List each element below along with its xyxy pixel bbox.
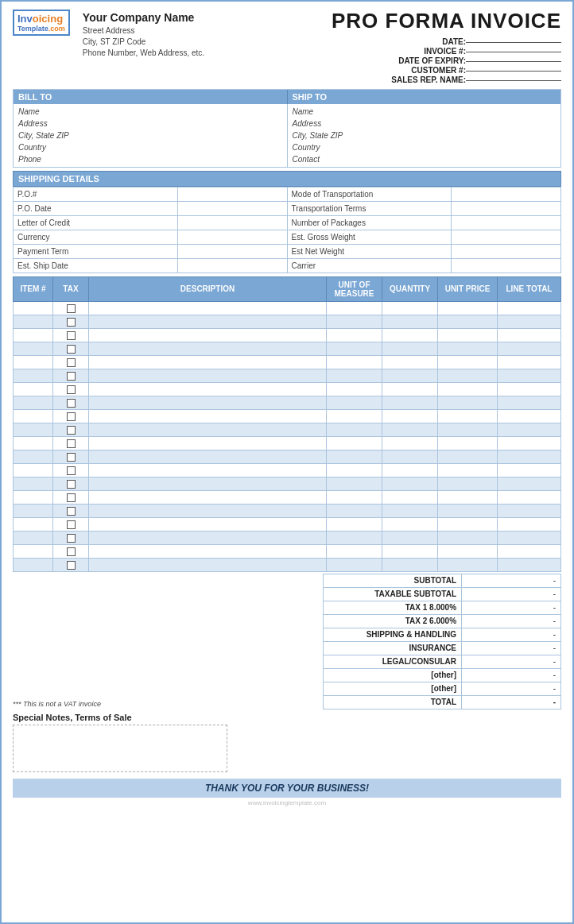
tax-checkbox[interactable] — [67, 372, 76, 381]
tax-checkbox[interactable] — [67, 520, 76, 529]
item-unit-price-cell[interactable] — [438, 544, 498, 558]
tax-checkbox[interactable] — [67, 412, 76, 421]
item-line-total-cell[interactable] — [498, 517, 561, 531]
item-line-total-cell[interactable] — [498, 436, 561, 450]
item-tax-cell[interactable] — [53, 531, 89, 544]
item-unit-measure-cell[interactable] — [327, 315, 382, 328]
item-tax-cell[interactable] — [53, 450, 89, 463]
sum-value[interactable]: - — [462, 682, 561, 695]
item-unit-price-cell[interactable] — [438, 517, 498, 531]
item-quantity-cell[interactable] — [382, 531, 438, 544]
tax-checkbox[interactable] — [67, 439, 76, 448]
item-num-cell[interactable] — [14, 450, 53, 463]
item-tax-cell[interactable] — [53, 517, 89, 531]
tax-checkbox[interactable] — [67, 534, 76, 543]
item-unit-measure-cell[interactable] — [327, 409, 382, 423]
item-line-total-cell[interactable] — [498, 396, 561, 409]
item-unit-price-cell[interactable] — [438, 301, 498, 315]
item-quantity-cell[interactable] — [382, 436, 438, 450]
notes-box[interactable] — [13, 725, 227, 772]
item-unit-measure-cell[interactable] — [327, 450, 382, 463]
item-tax-cell[interactable] — [53, 423, 89, 436]
item-unit-price-cell[interactable] — [438, 477, 498, 490]
item-desc-cell[interactable] — [89, 355, 327, 369]
item-unit-price-cell[interactable] — [438, 328, 498, 342]
item-line-total-cell[interactable] — [498, 531, 561, 544]
item-unit-measure-cell[interactable] — [327, 517, 382, 531]
item-line-total-cell[interactable] — [498, 477, 561, 490]
item-desc-cell[interactable] — [89, 409, 327, 423]
item-unit-measure-cell[interactable] — [327, 558, 382, 571]
item-desc-cell[interactable] — [89, 328, 327, 342]
item-unit-price-cell[interactable] — [438, 396, 498, 409]
item-desc-cell[interactable] — [89, 544, 327, 558]
item-unit-measure-cell[interactable] — [327, 355, 382, 369]
sum-value[interactable]: - — [462, 628, 561, 641]
tax-checkbox[interactable] — [67, 480, 76, 489]
item-num-cell[interactable] — [14, 409, 53, 423]
item-quantity-cell[interactable] — [382, 490, 438, 504]
item-quantity-cell[interactable] — [382, 355, 438, 369]
item-desc-cell[interactable] — [89, 436, 327, 450]
shipping-value1[interactable] — [177, 187, 287, 201]
item-desc-cell[interactable] — [89, 463, 327, 477]
item-quantity-cell[interactable] — [382, 544, 438, 558]
item-unit-measure-cell[interactable] — [327, 369, 382, 382]
shipping-value2[interactable] — [452, 244, 561, 258]
item-unit-measure-cell[interactable] — [327, 544, 382, 558]
item-unit-price-cell[interactable] — [438, 490, 498, 504]
tax-checkbox[interactable] — [67, 507, 76, 516]
item-unit-price-cell[interactable] — [438, 355, 498, 369]
item-tax-cell[interactable] — [53, 382, 89, 396]
item-quantity-cell[interactable] — [382, 463, 438, 477]
item-unit-price-cell[interactable] — [438, 423, 498, 436]
tax-checkbox[interactable] — [67, 304, 76, 313]
item-num-cell[interactable] — [14, 490, 53, 504]
shipping-value2[interactable] — [452, 258, 561, 273]
tax-checkbox[interactable] — [67, 399, 76, 408]
item-quantity-cell[interactable] — [382, 315, 438, 328]
item-unit-price-cell[interactable] — [438, 436, 498, 450]
item-line-total-cell[interactable] — [498, 315, 561, 328]
item-tax-cell[interactable] — [53, 369, 89, 382]
item-tax-cell[interactable] — [53, 477, 89, 490]
item-quantity-cell[interactable] — [382, 423, 438, 436]
shipping-value1[interactable] — [177, 215, 287, 230]
tax-checkbox[interactable] — [67, 453, 76, 462]
item-tax-cell[interactable] — [53, 490, 89, 504]
tax-checkbox[interactable] — [67, 466, 76, 475]
item-unit-measure-cell[interactable] — [327, 423, 382, 436]
item-desc-cell[interactable] — [89, 382, 327, 396]
item-quantity-cell[interactable] — [382, 504, 438, 517]
item-quantity-cell[interactable] — [382, 328, 438, 342]
tax-checkbox[interactable] — [67, 331, 76, 340]
item-num-cell[interactable] — [14, 396, 53, 409]
item-tax-cell[interactable] — [53, 315, 89, 328]
shipping-value2[interactable] — [452, 187, 561, 201]
item-unit-price-cell[interactable] — [438, 369, 498, 382]
item-desc-cell[interactable] — [89, 423, 327, 436]
item-tax-cell[interactable] — [53, 436, 89, 450]
shipping-value1[interactable] — [177, 230, 287, 244]
item-line-total-cell[interactable] — [498, 301, 561, 315]
item-desc-cell[interactable] — [89, 477, 327, 490]
item-num-cell[interactable] — [14, 369, 53, 382]
item-tax-cell[interactable] — [53, 558, 89, 571]
item-unit-measure-cell[interactable] — [327, 436, 382, 450]
sum-value[interactable]: - — [462, 641, 561, 655]
item-quantity-cell[interactable] — [382, 558, 438, 571]
item-line-total-cell[interactable] — [498, 355, 561, 369]
item-unit-price-cell[interactable] — [438, 342, 498, 355]
item-quantity-cell[interactable] — [382, 369, 438, 382]
item-unit-price-cell[interactable] — [438, 558, 498, 571]
item-line-total-cell[interactable] — [498, 328, 561, 342]
item-num-cell[interactable] — [14, 315, 53, 328]
item-num-cell[interactable] — [14, 355, 53, 369]
shipping-value1[interactable] — [177, 244, 287, 258]
shipping-value2[interactable] — [452, 230, 561, 244]
tax-checkbox[interactable] — [67, 561, 76, 570]
item-unit-measure-cell[interactable] — [327, 490, 382, 504]
sum-value[interactable]: - — [462, 695, 561, 709]
item-tax-cell[interactable] — [53, 409, 89, 423]
item-line-total-cell[interactable] — [498, 409, 561, 423]
